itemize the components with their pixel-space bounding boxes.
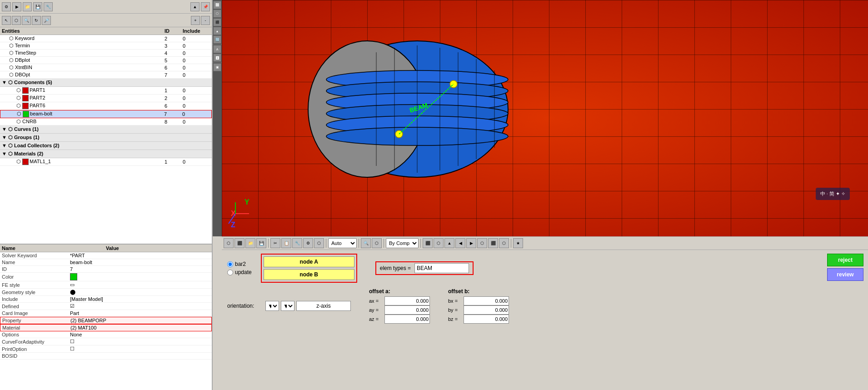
review-button[interactable]: review: [827, 268, 863, 281]
bx-input[interactable]: [464, 296, 509, 305]
bt-icon-18[interactable]: ⬛: [488, 238, 498, 248]
tree-item-timestep[interactable]: ⬡ TimeStep 4 0: [0, 50, 212, 57]
bt-icon-15[interactable]: ◀: [455, 238, 465, 248]
entity-tree: Entities ID Include ⬡ Keyword 2 0 ⬡ Term…: [0, 27, 212, 245]
group-label-curves: ▼ ⬡ Curves (1): [2, 126, 165, 132]
bt-icon-17[interactable]: ⬡: [477, 238, 487, 248]
tree-item-part2[interactable]: ⬡ PART2 2 0: [0, 95, 212, 102]
minus-icon[interactable]: -: [201, 16, 210, 25]
plus-icon[interactable]: +: [191, 16, 200, 25]
select-icon[interactable]: ⬡: [12, 16, 21, 25]
bt-icon-1[interactable]: ⬡: [224, 238, 234, 248]
pin-icon[interactable]: 📌: [201, 2, 210, 11]
tree-item-part1[interactable]: ⬡ PART1 1 0: [0, 87, 212, 95]
top-toolbar: ⚙ ▶ 📁 💾 🔧 ▲ 📌: [0, 0, 212, 14]
reject-button[interactable]: reject: [827, 254, 863, 266]
offset-b-title: offset b:: [448, 288, 509, 295]
tree-group-curves[interactable]: ▼ ⬡ Curves (1): [0, 125, 212, 134]
tree-item-part6[interactable]: ⬡ PART6 6 0: [0, 102, 212, 110]
item-include: 0: [183, 159, 210, 165]
bt-icon-9[interactable]: ⬡: [314, 238, 324, 248]
strip-icon-5[interactable]: 🔢: [213, 35, 221, 44]
bt-icon-6[interactable]: 📋: [281, 238, 291, 248]
tree-group-load-collectors[interactable]: ▼ ⬡ Load Collectors (2): [0, 142, 212, 150]
by-input[interactable]: [464, 305, 509, 315]
prop-solver-keyword: Solver Keyword *PART: [0, 252, 212, 259]
bt-icon-20[interactable]: ★: [513, 238, 523, 248]
radio-bar2-input[interactable]: [227, 261, 233, 267]
radio-update[interactable]: update: [227, 269, 252, 275]
bt-icon-7[interactable]: 🔧: [292, 238, 302, 248]
expand-icon[interactable]: ▲: [190, 2, 200, 11]
ay-input[interactable]: [384, 305, 430, 315]
bt-icon-4[interactable]: 💾: [256, 238, 266, 248]
bt-icon-16[interactable]: ▶: [466, 238, 476, 248]
pointer-icon[interactable]: ↖: [2, 16, 11, 25]
strip-icon-1[interactable]: ⬜: [213, 1, 221, 9]
bt-icon-5[interactable]: ✂: [270, 238, 280, 248]
bt-icon-13[interactable]: ⬡: [434, 238, 444, 248]
tree-item-termin[interactable]: ⬡ Termin 3 0: [0, 42, 212, 50]
tree-item-dbopt[interactable]: ⬡ DBOpt 7 0: [0, 71, 212, 79]
toolbar-icon-1[interactable]: ⚙: [2, 2, 11, 11]
tree-item-xtntbin[interactable]: ⬡ XtntBIN 6 0: [0, 64, 212, 71]
bt-icon-11[interactable]: ⬡: [372, 238, 382, 248]
nav-icon[interactable]: 🔍: [22, 16, 31, 25]
prop-header-name: Name: [2, 245, 106, 251]
elem-types-input[interactable]: [414, 263, 469, 273]
item-label: ⬡ DBplot: [9, 57, 165, 63]
item-label: ⬡ TimeStep: [9, 50, 165, 56]
left-panel: ⚙ ▶ 📁 💾 🔧 ▲ 📌 ↖ ⬡ 🔍 ↻ 🔎 + - Entities ID …: [0, 0, 213, 390]
ax-input[interactable]: [384, 296, 430, 305]
toolbar-icon-2[interactable]: ▶: [12, 2, 21, 11]
strip-icon-4[interactable]: ▲: [213, 27, 221, 35]
bt-icon-12[interactable]: ⬛: [423, 238, 433, 248]
tree-item-dbplot[interactable]: ⬡ DBplot 5 0: [0, 57, 212, 64]
az-input[interactable]: [384, 315, 430, 324]
elem-types-row: elem types =: [375, 261, 474, 275]
tree-item-keyword[interactable]: ⬡ Keyword 2 0: [0, 35, 212, 42]
strip-icon-6[interactable]: A: [213, 45, 221, 53]
strip-icon-7[interactable]: 🅰: [213, 54, 221, 62]
radio-bar2[interactable]: bar2: [227, 261, 252, 267]
tree-group-materials[interactable]: ▼ ⬡ Materials (2): [0, 150, 212, 158]
bt-icon-14[interactable]: ▲: [444, 238, 454, 248]
action-btn-group: reject review: [827, 254, 863, 281]
toolbar-icon-4[interactable]: 💾: [33, 2, 42, 11]
tree-item-matl1[interactable]: ⬡ MATL1_1 1 0: [0, 158, 212, 166]
auto-dropdown[interactable]: Auto Manual: [328, 238, 357, 248]
ay-label: ay =: [369, 307, 383, 313]
prop-val: None: [70, 332, 210, 337]
orient-dropdown-1[interactable]: ▼: [265, 301, 279, 311]
toolbar-icon-3[interactable]: 📁: [23, 2, 32, 11]
tree-group-groups[interactable]: ▼ ⬡ Groups (1): [0, 134, 212, 142]
zoom-icon[interactable]: 🔎: [42, 16, 51, 25]
node-b-button[interactable]: node B: [264, 269, 354, 280]
item-include: 0: [182, 111, 210, 117]
strip-icon-2[interactable]: ⬡: [213, 10, 221, 18]
strip-icon-8[interactable]: ▣: [213, 63, 221, 71]
tree-group-components[interactable]: ▼ ⬡ Components (5): [0, 79, 212, 87]
bt-icon-3[interactable]: 📁: [245, 238, 255, 248]
prop-property: Property (2) BEAMPORP: [0, 317, 212, 324]
by-comp-dropdown[interactable]: By Comp: [386, 238, 419, 248]
watermark-text: 中 · 简 ✦ ✧: [820, 191, 845, 196]
prop-val: ☐: [70, 346, 210, 352]
prop-geom-style: Geometry style ⬤: [0, 289, 212, 296]
bz-input[interactable]: [464, 315, 509, 324]
rotate-icon[interactable]: ↻: [32, 16, 41, 25]
orient-input[interactable]: [296, 301, 351, 311]
toolbar-icon-5[interactable]: 🔧: [44, 2, 53, 11]
bt-icon-19[interactable]: ⬡: [499, 238, 509, 248]
radio-update-input[interactable]: [227, 270, 233, 275]
bt-icon-2[interactable]: ⬛: [234, 238, 244, 248]
tree-item-cnrb[interactable]: ⬡ CNRB 8 0: [0, 118, 212, 125]
tree-item-beam-bolt[interactable]: ⬡ beam-bolt 7 0: [0, 110, 212, 118]
orient-dropdown-2[interactable]: ▼: [281, 301, 294, 311]
node-a-button[interactable]: node A: [264, 256, 354, 267]
strip-icon-3[interactable]: ⬛: [213, 18, 221, 26]
prop-label: Options: [2, 332, 70, 337]
bt-icon-10[interactable]: 🔍: [361, 238, 371, 248]
item-id: 6: [165, 103, 183, 109]
bt-icon-8[interactable]: ⚙: [303, 238, 313, 248]
